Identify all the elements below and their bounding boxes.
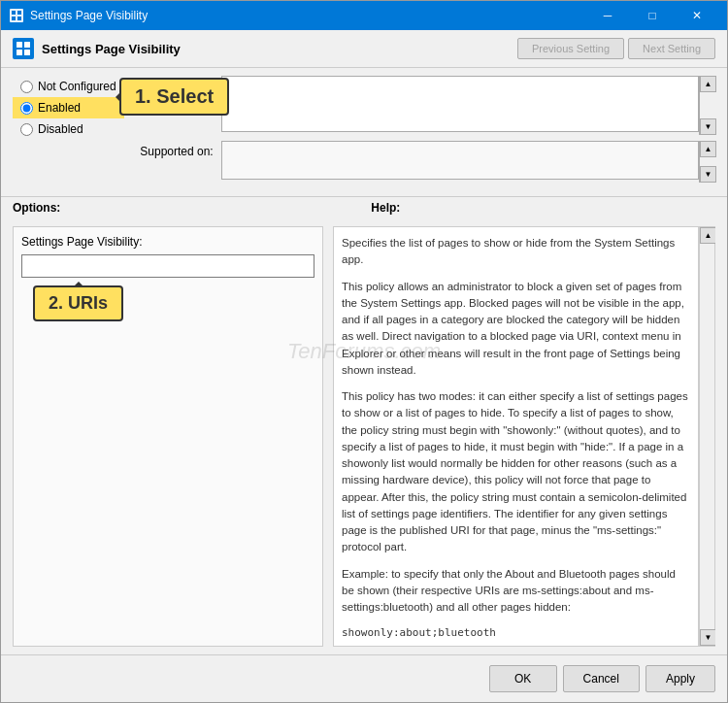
minimize-button[interactable]: ─ bbox=[585, 1, 630, 30]
comment-textarea[interactable] bbox=[221, 76, 699, 132]
next-setting-button[interactable]: Next Setting bbox=[628, 38, 715, 59]
close-button[interactable]: ✕ bbox=[675, 1, 719, 30]
cancel-button[interactable]: Cancel bbox=[563, 665, 640, 692]
prev-setting-button[interactable]: Previous Setting bbox=[517, 38, 624, 59]
options-panel: Settings Page Visibility: 2. URIs bbox=[13, 226, 323, 647]
svg-rect-6 bbox=[24, 42, 30, 48]
content-area: Not Configured Enabled 1. Select Disable… bbox=[1, 68, 727, 654]
scroll-track bbox=[700, 92, 715, 118]
dialog-header: Settings Page Visibility Previous Settin… bbox=[1, 30, 727, 68]
svg-rect-5 bbox=[17, 42, 22, 48]
footer: OK Cancel Apply bbox=[1, 654, 727, 702]
options-label: Options: bbox=[13, 201, 60, 215]
disabled-option[interactable]: Disabled bbox=[13, 118, 124, 140]
visibility-input[interactable] bbox=[21, 254, 314, 278]
help-p2: This policy allows an administrator to b… bbox=[342, 279, 690, 380]
enabled-radio[interactable] bbox=[20, 102, 33, 115]
scroll-up-arrow[interactable]: ▲ bbox=[700, 76, 716, 92]
window-title: Settings Page Visibility bbox=[30, 9, 148, 22]
enabled-label[interactable]: Enabled bbox=[38, 101, 81, 115]
help-scroll-track bbox=[700, 244, 714, 629]
visibility-field-label: Settings Page Visibility: bbox=[21, 235, 314, 249]
main-window: Settings Page Visibility ─ □ ✕ Settings … bbox=[0, 0, 728, 703]
not-configured-option[interactable]: Not Configured bbox=[13, 76, 124, 97]
help-scroll-up[interactable]: ▲ bbox=[700, 227, 715, 244]
supported-scrollbar[interactable]: ▲ ▼ bbox=[699, 141, 715, 183]
help-label: Help: bbox=[371, 201, 400, 215]
supported-textarea[interactable] bbox=[221, 141, 699, 180]
svg-rect-8 bbox=[24, 50, 30, 55]
callout-uris: 2. URIs bbox=[33, 285, 123, 321]
radio-panel: Not Configured Enabled 1. Select Disable… bbox=[13, 76, 124, 188]
title-bar-controls: ─ □ ✕ bbox=[585, 1, 719, 30]
supported-scroll-track bbox=[700, 157, 715, 166]
dialog-title-group: Settings Page Visibility bbox=[13, 38, 181, 59]
help-scrollbar[interactable]: ▲ ▼ bbox=[699, 226, 715, 647]
supported-scroll-down[interactable]: ▼ bbox=[700, 166, 716, 183]
supported-row: Supported on: ▲ ▼ bbox=[134, 141, 715, 183]
ok-button[interactable]: OK bbox=[489, 665, 557, 692]
not-configured-radio[interactable] bbox=[20, 81, 33, 93]
help-p4: Example: to specify that only the About … bbox=[342, 566, 690, 617]
help-panel[interactable]: Specifies the list of pages to show or h… bbox=[333, 226, 699, 647]
svg-rect-3 bbox=[12, 17, 16, 20]
middle-section: Options: Help: bbox=[1, 196, 727, 218]
disabled-radio[interactable] bbox=[20, 123, 33, 136]
svg-rect-2 bbox=[17, 11, 21, 15]
comment-scrollbar[interactable]: ▲ ▼ bbox=[699, 76, 715, 135]
disabled-label[interactable]: Disabled bbox=[38, 122, 83, 136]
supported-textarea-wrapper: ▲ ▼ bbox=[221, 141, 715, 183]
callout-select: 1. Select bbox=[119, 78, 229, 116]
title-bar: Settings Page Visibility ─ □ ✕ bbox=[1, 1, 727, 30]
help-scroll-down[interactable]: ▼ bbox=[700, 629, 715, 646]
supported-scroll-up[interactable]: ▲ bbox=[700, 141, 716, 157]
dialog-icon bbox=[13, 38, 34, 59]
window-icon bbox=[9, 8, 24, 23]
comment-textarea-wrapper: ▲ ▼ bbox=[221, 76, 715, 135]
help-p3: This policy has two modes: it can either… bbox=[342, 388, 690, 556]
settings-icon bbox=[16, 41, 31, 56]
help-p5: Example: to specify that only the Blueto… bbox=[342, 646, 690, 647]
not-configured-label[interactable]: Not Configured bbox=[38, 80, 116, 93]
main-content: Settings Page Visibility: 2. URIs Specif… bbox=[1, 218, 727, 654]
top-section: Not Configured Enabled 1. Select Disable… bbox=[1, 68, 727, 196]
title-bar-left: Settings Page Visibility bbox=[9, 8, 148, 23]
visibility-section: Settings Page Visibility: 2. URIs bbox=[13, 226, 323, 647]
scroll-down-arrow[interactable]: ▼ bbox=[700, 118, 716, 135]
supported-label: Supported on: bbox=[134, 141, 221, 158]
nav-buttons: Previous Setting Next Setting bbox=[517, 38, 715, 59]
maximize-button[interactable]: □ bbox=[630, 1, 675, 30]
svg-rect-1 bbox=[12, 11, 16, 15]
apply-button[interactable]: Apply bbox=[645, 665, 715, 692]
help-scroll-wrapper: Specifies the list of pages to show or h… bbox=[333, 226, 715, 647]
enabled-option[interactable]: Enabled 1. Select bbox=[13, 97, 124, 118]
help-p1: Specifies the list of pages to show or h… bbox=[342, 235, 690, 269]
svg-rect-4 bbox=[17, 17, 21, 20]
svg-rect-7 bbox=[17, 50, 22, 55]
help-example1: showonly:about;bluetooth bbox=[342, 625, 690, 642]
dialog-title: Settings Page Visibility bbox=[42, 42, 181, 56]
